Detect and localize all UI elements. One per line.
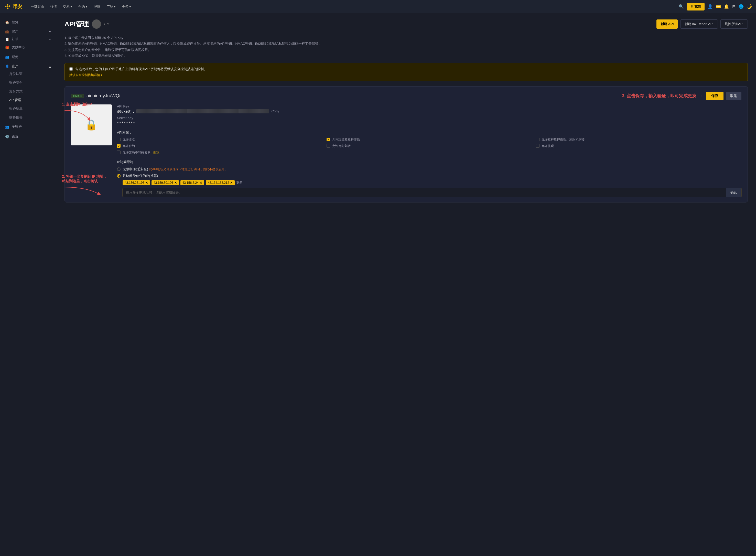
ip-input[interactable] (122, 188, 726, 197)
copy-api-key-button[interactable]: Copy (271, 109, 279, 113)
perm-spot: 允许现货及杠杆交易 (327, 137, 532, 142)
perm-whitelist-checkbox[interactable] (117, 150, 120, 154)
perm-whitelist: 允许交易币对白名单 编辑 (117, 150, 322, 154)
secret-key-label: Secret Key (117, 116, 742, 120)
user-icon[interactable]: 👤 (708, 4, 713, 9)
delete-all-button[interactable]: 删除所有API (720, 20, 748, 29)
page-header: API管理 iTY 创建 API 创建Tax Report API 删除所有AP… (65, 20, 748, 29)
lock-icon: 🔒 (85, 119, 98, 131)
sidebar-sub-security[interactable]: 账户安全 (0, 78, 56, 87)
svg-marker-2 (9, 5, 10, 7)
sidebar-sub-finance[interactable]: 财务报告 (0, 113, 56, 122)
svg-marker-0 (7, 4, 9, 6)
ip-tags: 43.156.26.196 ✕ 43.159.50.196 ✕ 43.156.3… (122, 180, 742, 185)
sidebar-sub-payment[interactable]: 支付方式 (0, 87, 56, 96)
grid-icon[interactable]: ⊞ (732, 4, 735, 9)
security-details-link[interactable]: 默认安全控制措施详情 ▾ (69, 73, 743, 77)
nav-finance[interactable]: 理财 (91, 3, 103, 10)
ip-unlimited-label: 无限制(缺乏安全) (122, 167, 148, 171)
sidebar: 🏠 总览 💼 资产 ▾ 📋 订单 ▾ 🎁 奖励中心 👥 返佣 (0, 13, 56, 556)
nav-trade[interactable]: 交易▾ (61, 3, 75, 10)
sidebar-item-orders[interactable]: 📋 订单 ▾ (0, 35, 56, 42)
top-nav: 币安 一键买币 行情 交易▾ 合约▾ 理财 广场▾ 更多▾ 🔍 ⬇ 充值 👤 💳… (0, 0, 756, 13)
ip-more-button[interactable]: 更多 (236, 180, 242, 185)
header-actions: 创建 API 创建Tax Report API 删除所有API (656, 20, 748, 29)
ip-tag-1-value: 43.156.26.196 (124, 181, 144, 184)
perm-futures-checkbox[interactable] (117, 144, 120, 148)
logo[interactable]: 币安 (4, 3, 22, 10)
assets-icon: 💼 (5, 30, 9, 34)
ip-trusted-radio[interactable] (117, 174, 120, 178)
sidebar-sub-api[interactable]: API管理 (0, 96, 56, 104)
nav-market[interactable]: 行情 (47, 3, 59, 10)
ip-tag-1: 43.156.26.196 ✕ (122, 180, 150, 185)
subaccount-icon: 👥 (5, 125, 9, 129)
sidebar-item-overview[interactable]: 🏠 总览 (0, 18, 56, 27)
notice-line-4: 4. 如未完成KYC，您将无法创建API密钥。 (65, 53, 748, 59)
perm-spot-checkbox[interactable] (327, 138, 330, 141)
secret-key-dots: ******** (117, 121, 135, 126)
api-key-label: API Key (117, 104, 742, 108)
sidebar-item-account[interactable]: 👤 账户 ▴ (0, 62, 56, 70)
checkbox-banner: 勾选此框后，您的主账户和子账户上的所有现有API密钥都将受默认安全控制措施的限制… (65, 63, 748, 81)
cancel-button[interactable]: 取消 (726, 92, 742, 100)
ip-unlimited-option: 无限制(缺乏安全) 此API密钥允许从任何IP地址进行访问，因此不建议启用。 (117, 167, 742, 172)
sidebar-item-rewards[interactable]: 🎁 奖励中心 (0, 42, 56, 52)
card-actions-row: 3. 点击保存，输入验证，即可完成更换 → 保存 取消 (622, 92, 742, 100)
api-card-title-row: HMAC aicoin-eyJraWQi (71, 93, 120, 99)
rewards-icon: 🎁 (5, 45, 9, 49)
perm-withdraw-checkbox[interactable] (536, 144, 539, 148)
ip-tag-4-remove[interactable]: ✕ (230, 181, 232, 184)
nav-square[interactable]: 广场▾ (104, 3, 118, 10)
security-control-checkbox[interactable] (69, 67, 73, 71)
perm-whitelist-label: 允许交易币对白名单 (122, 150, 150, 154)
referral-icon: 👥 (5, 55, 9, 59)
sidebar-sub-statement[interactable]: 账户结单 (0, 104, 56, 113)
nav-more[interactable]: 更多▾ (119, 3, 134, 10)
perm-read-checkbox[interactable] (117, 138, 120, 141)
wallet-icon[interactable]: 💳 (716, 4, 721, 9)
perm-withdraw: 允许提现 (536, 144, 742, 148)
sidebar-item-referral[interactable]: 👥 返佣 (0, 52, 56, 62)
step3-hint: 3. 点击保存，输入验证，即可完成更换 → (622, 93, 704, 99)
ip-confirm-button[interactable]: 确认 (726, 188, 742, 197)
sidebar-item-subaccount[interactable]: 👥 子账户 (0, 122, 56, 132)
account-icon: 👤 (5, 65, 9, 68)
nav-buy[interactable]: 一键买币 (28, 3, 46, 10)
ip-tag-2-remove[interactable]: ✕ (174, 181, 177, 184)
sidebar-sub-kyc[interactable]: 身份认证 (0, 70, 56, 78)
create-api-button[interactable]: 创建 API (656, 20, 678, 29)
perm-futures: 允许合约 (117, 144, 322, 148)
ip-tag-3-remove[interactable]: ✕ (200, 181, 202, 184)
globe-icon[interactable]: 🌐 (739, 4, 744, 9)
sidebar-item-assets[interactable]: 💼 资产 ▾ (0, 27, 56, 35)
nav-futures[interactable]: 合约▾ (76, 3, 90, 10)
ip-unlimited-radio[interactable] (117, 167, 120, 171)
perm-margin-borrow-checkbox[interactable] (536, 138, 539, 141)
notice-line-2: 2. 请勿将您的API密钥、HMAC密钥、Ed25519或RSA私钥透露给任何人… (65, 41, 748, 46)
create-tax-api-button[interactable]: 创建Tax Report API (680, 20, 718, 29)
perm-universal-transfer-checkbox[interactable] (327, 144, 330, 148)
perm-margin-borrow-label: 允许杠杆质押借币、还款和划转 (542, 137, 584, 142)
ip-trusted-label: 只访问受信任的IP(推荐) (122, 174, 158, 178)
save-button[interactable]: 保存 (706, 92, 723, 100)
qr-code: 🔒 (71, 104, 112, 145)
bell-icon[interactable]: 🔔 (724, 4, 729, 9)
perm-futures-label: 允许合约 (122, 144, 135, 148)
svg-marker-3 (7, 7, 9, 9)
ip-tag-1-remove[interactable]: ✕ (145, 181, 148, 184)
deposit-button[interactable]: ⬇ 充值 (687, 3, 705, 10)
ip-radio-group: 无限制(缺乏安全) 此API密钥允许从任何IP地址进行访问，因此不建议启用。 只… (117, 167, 742, 178)
perm-whitelist-edit-link[interactable]: 编辑 (153, 150, 159, 154)
page-title: API管理 (65, 20, 89, 29)
logo-text: 币安 (13, 4, 22, 10)
search-icon[interactable]: 🔍 (679, 4, 684, 9)
api-key-value-row: d0ukeUjl Copy (117, 109, 742, 113)
theme-icon[interactable]: 🌙 (747, 4, 752, 9)
sidebar-item-settings[interactable]: ⚙️ 设置 (0, 132, 56, 141)
perm-universal-transfer-label: 允许万向划转 (332, 144, 351, 148)
layout: 🏠 总览 💼 资产 ▾ 📋 订单 ▾ 🎁 奖励中心 👥 返佣 (0, 13, 756, 556)
nav-items: 一键买币 行情 交易▾ 合约▾ 理财 广场▾ 更多▾ (28, 3, 679, 10)
checkbox-banner-text[interactable]: 勾选此框后，您的主账户和子账户上的所有现有API密钥都将受默认安全控制措施的限制… (75, 67, 207, 71)
permissions-section: API权限： 允许读取 允许现货及杠杆交易 (117, 130, 742, 154)
